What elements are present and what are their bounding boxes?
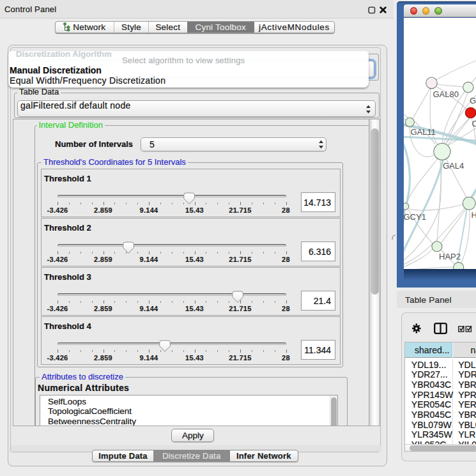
svg-text:HAP2: HAP2: [439, 252, 461, 261]
svg-text:GAL80: GAL80: [433, 89, 458, 99]
svg-text:H: H: [471, 210, 476, 220]
svg-text:C: C: [472, 119, 476, 128]
svg-text:GAL11: GAL11: [410, 127, 436, 137]
svg-text:GAL4: GAL4: [443, 161, 464, 171]
svg-text:GCY1: GCY1: [404, 212, 426, 222]
svg-text:GA: GA: [470, 96, 476, 105]
